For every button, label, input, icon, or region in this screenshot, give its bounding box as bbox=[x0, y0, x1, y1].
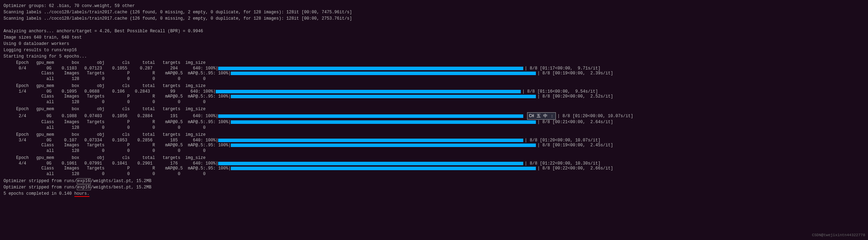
epoch-4: Epoch gpu_mem box obj cls total targets … bbox=[4, 155, 864, 177]
epoch-1-bar bbox=[216, 90, 521, 93]
epoch-2-data-row: 2/4 0G 0.1088 0.07403 0.1056 0.2884 191 … bbox=[4, 112, 864, 120]
epoch-1-data-row: 1/4 0G 0.1095 0.0688 0.106 0.2843 99 640… bbox=[4, 89, 864, 94]
epoch-1-header: Epoch gpu_mem box obj cls total targets … bbox=[4, 83, 864, 89]
epoch-4-all: all 128 0 0 0 0 0 bbox=[4, 171, 864, 177]
header-line-9: Starting training for 5 epochs... bbox=[4, 53, 864, 60]
ime-popup: CH 五 中 ： bbox=[527, 112, 556, 120]
epoch-2-map-pct: 100%| bbox=[218, 120, 231, 125]
header-lines: Optimizer groups: 62 .bias, 70 conv.weig… bbox=[4, 3, 864, 60]
csdn-watermark: CSDN@twejixintn44322778 bbox=[812, 233, 865, 237]
header-line-4 bbox=[4, 22, 864, 28]
epoch-1-all: all 128 0 0 0 0 0 bbox=[4, 99, 864, 105]
epoch-0-pct: 100%| bbox=[206, 66, 218, 71]
header-line-7: Using 0 dataloader workers bbox=[4, 41, 864, 47]
header-line-8: Logging results to runs/exp16 bbox=[4, 47, 864, 53]
epoch-3-map-pct: 100%| bbox=[218, 143, 231, 148]
epoch-1: Epoch gpu_mem box obj cls total targets … bbox=[4, 83, 864, 105]
epoch-1-map-bar bbox=[231, 95, 536, 98]
epoch-3-right: | 8/8 [01:20<00:00, 10.07s/it] bbox=[525, 138, 600, 143]
epoch-0-header: Epoch gpu_mem box obj cls total targets … bbox=[4, 60, 864, 66]
epoch-4-map-bar bbox=[231, 167, 536, 170]
header-line-6: Image sizes 640 train, 640 test bbox=[4, 34, 864, 41]
epoch-3-class-row: Class Images Targets P R mAP@0.5 mAP@.5:… bbox=[4, 143, 864, 148]
epoch-3-header: Epoch gpu_mem box obj cls total targets … bbox=[4, 132, 864, 138]
epoch-3-data-row: 3/4 0G 0.107 0.07334 0.1053 0.2856 185 6… bbox=[4, 138, 864, 143]
epoch-0-data-row: 0/4 0G 0.1103 0.07123 0.1055 0.287 204 6… bbox=[4, 66, 864, 71]
footer-lines: Optimizer stripped from runs/exp16/weigh… bbox=[4, 178, 864, 197]
epoch-0-map-bar bbox=[231, 72, 536, 75]
epoch-2-pct: 100%| bbox=[206, 114, 218, 119]
epoch-0-map-pct: 100%| bbox=[218, 71, 231, 76]
header-line-5: Analyzing anchors... anchors/target = 4.… bbox=[4, 28, 864, 34]
epoch-4-map-pct: 100%| bbox=[218, 166, 231, 171]
header-line-1: Optimizer groups: 62 .bias, 70 conv.weig… bbox=[4, 3, 864, 9]
epoch-0-right: | 8/8 [01:17<00:00, 9.71s/it] bbox=[525, 66, 600, 71]
epoch-3-all: all 128 0 0 0 0 0 bbox=[4, 148, 864, 154]
epoch-2-header: Epoch gpu_mem box obj cls total targets … bbox=[4, 106, 864, 112]
epoch-0-bar bbox=[218, 67, 523, 70]
epoch-2-bar bbox=[218, 114, 523, 118]
epoch-1-pct: 100%| bbox=[203, 89, 216, 94]
epoch-1-right: | 8/8 [01:16<00:00, 9.54s/it] bbox=[522, 89, 598, 94]
footer-line-3: 5 epochs completed in 0.140 hours. bbox=[4, 191, 864, 197]
epoch-0: Epoch gpu_mem box obj cls total targets … bbox=[4, 60, 864, 82]
footer-line-1: Optimizer stripped from runs/exp16/weigh… bbox=[4, 178, 864, 184]
epoch-2-all: all 128 0 0 0 0 0 bbox=[4, 125, 864, 131]
epoch-4-header: Epoch gpu_mem box obj cls total targets … bbox=[4, 155, 864, 161]
epoch-0-all: all 128 0 0 0 0 0 bbox=[4, 76, 864, 82]
epoch-3-bar bbox=[218, 139, 523, 142]
epoch-3-pct: 100%| bbox=[206, 138, 218, 143]
epoch-2-class-row: Class Images Targets P R mAP@0.5 mAP@.5:… bbox=[4, 120, 864, 125]
epoch-2: Epoch gpu_mem box obj cls total targets … bbox=[4, 106, 864, 131]
epoch-3: Epoch gpu_mem box obj cls total targets … bbox=[4, 132, 864, 154]
epoch-1-map-pct: 100%| bbox=[218, 94, 231, 99]
header-line-3: Scanning labels ../coco128/labels/train2… bbox=[4, 15, 864, 22]
epoch-0-class-row: Class Images Targets P R mAP@0.5 mAP@.5:… bbox=[4, 71, 864, 76]
epoch-2-map-bar bbox=[231, 120, 536, 124]
header-line-2: Scanning labels ../coco128/labels/train2… bbox=[4, 9, 864, 15]
epoch-4-data-row: 4/4 0G 0.1061 0.07991 0.1041 0.2901 176 … bbox=[4, 161, 864, 166]
epoch-4-bar bbox=[218, 162, 523, 165]
epoch-4-right: | 8/8 [01:22<00:00, 10.30s/it] bbox=[525, 161, 600, 166]
epoch-1-class-row: Class Images Targets P R mAP@0.5 mAP@.5:… bbox=[4, 94, 864, 99]
epoch-4-class-row: Class Images Targets P R mAP@0.5 mAP@.5:… bbox=[4, 166, 864, 171]
terminal: Optimizer groups: 62 .bias, 70 conv.weig… bbox=[4, 3, 864, 197]
epoch-3-map-bar bbox=[231, 144, 536, 147]
footer-line-2: Optimizer stripped from runs/exp16/weigh… bbox=[4, 184, 864, 191]
epoch-4-pct: 100%| bbox=[206, 161, 218, 166]
